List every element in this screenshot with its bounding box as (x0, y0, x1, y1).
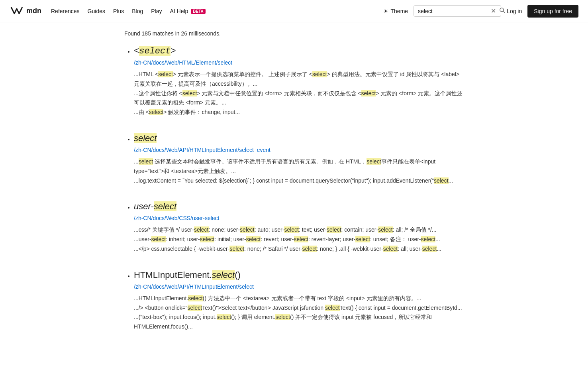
result-snippet: ...HTMLInputElement.select() 方法选中一个 <tex… (134, 294, 464, 332)
nav-ai-help[interactable]: AI Help BETA (170, 8, 205, 14)
result-item: <select> /zh-CN/docs/Web/HTML/Element/se… (134, 46, 464, 117)
clear-search-icon[interactable]: ✕ (491, 8, 496, 14)
result-snippet: ...HTML <select> 元素表示一个提供选项菜单的控件。 上述例子展示… (134, 70, 464, 117)
mdn-logo-icon (10, 4, 24, 18)
main-nav: References Guides Plus Blog Play AI Help… (51, 8, 206, 14)
result-url[interactable]: /zh-CN/docs/Web/CSS/user-select (134, 215, 464, 221)
search-input[interactable] (418, 8, 488, 14)
title-highlight: select (134, 133, 157, 143)
signup-button[interactable]: Sign up for free (527, 5, 578, 18)
title-highlight: select (154, 201, 176, 211)
logo-link[interactable]: mdn (10, 4, 41, 18)
result-title: HTMLInputElement.select() (134, 270, 464, 280)
header-right: ☀ Theme ✕ Log in Sign up for free (383, 5, 578, 18)
result-snippet: ...select 选择某些文本时会触发事件。该事件不适用于所有语言的所有元素。… (134, 157, 464, 185)
result-item: HTMLInputElement.select() /zh-CN/docs/We… (134, 270, 464, 332)
result-title: <select> (134, 46, 464, 56)
nav-play[interactable]: Play (151, 8, 162, 14)
results-list: <select> /zh-CN/docs/Web/HTML/Element/se… (124, 46, 464, 332)
results-meta: Found 185 matches in 26 milliseconds. (124, 30, 464, 37)
beta-badge: BETA (191, 9, 205, 14)
result-url[interactable]: /zh-CN/docs/Web/HTML/Element/select (134, 59, 464, 66)
result-url[interactable]: /zh-CN/docs/Web/API/HTMLInputElement/sel… (134, 283, 464, 290)
search-icon[interactable] (499, 7, 506, 15)
result-url[interactable]: /zh-CN/docs/Web/API/HTMLInputElement/sel… (134, 147, 464, 153)
nav-guides[interactable]: Guides (88, 8, 105, 14)
result-snippet: ...css/* 关键字值 */ user-select: none; user… (134, 225, 464, 254)
site-header: mdn References Guides Plus Blog Play AI … (0, 0, 588, 22)
result-title: user-select (134, 201, 464, 212)
nav-blog[interactable]: Blog (132, 8, 143, 14)
nav-plus[interactable]: Plus (113, 8, 124, 14)
search-bar: ✕ (414, 5, 501, 17)
result-item: user-select /zh-CN/docs/Web/CSS/user-sel… (134, 201, 464, 254)
title-highlight: select (139, 46, 171, 56)
title-highlight: select (212, 270, 235, 280)
theme-label: Theme (391, 8, 408, 14)
logo-text: mdn (26, 7, 41, 15)
result-item: select /zh-CN/docs/Web/API/HTMLInputElem… (134, 133, 464, 185)
theme-toggle[interactable]: ☀ Theme (383, 8, 408, 14)
main-content: Found 185 matches in 26 milliseconds. <s… (115, 22, 473, 356)
result-title: select (134, 133, 464, 144)
sun-icon: ☀ (383, 8, 388, 14)
nav-references[interactable]: References (51, 8, 80, 14)
login-button[interactable]: Log in (507, 8, 522, 14)
